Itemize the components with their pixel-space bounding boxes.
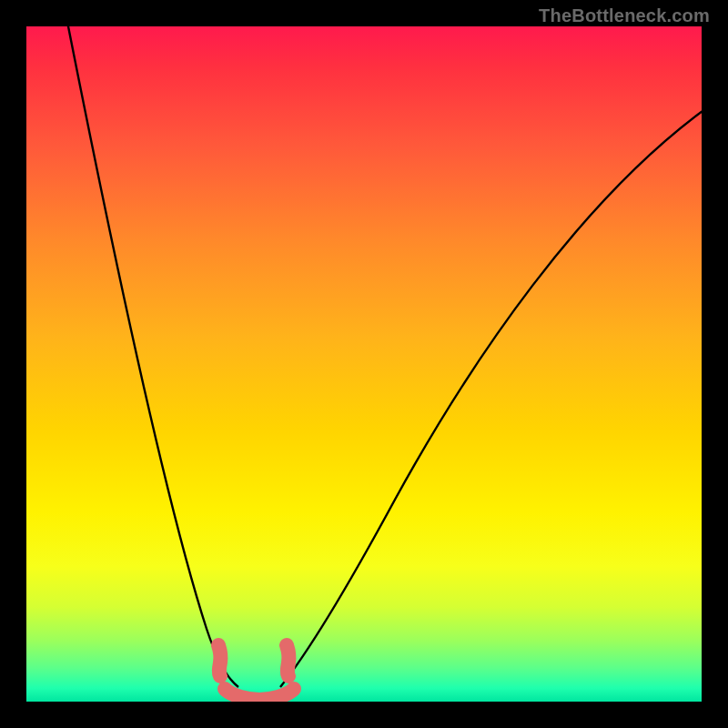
curve-overlay bbox=[26, 26, 702, 702]
mark-bottom-arc bbox=[225, 689, 294, 700]
curve-left bbox=[67, 26, 238, 687]
plot-area bbox=[26, 26, 702, 702]
mark-right-squiggle bbox=[287, 645, 288, 676]
trough-marks bbox=[218, 645, 294, 700]
curve-right bbox=[280, 108, 702, 687]
watermark: TheBottleneck.com bbox=[539, 5, 710, 26]
mark-left-squiggle bbox=[218, 645, 220, 676]
